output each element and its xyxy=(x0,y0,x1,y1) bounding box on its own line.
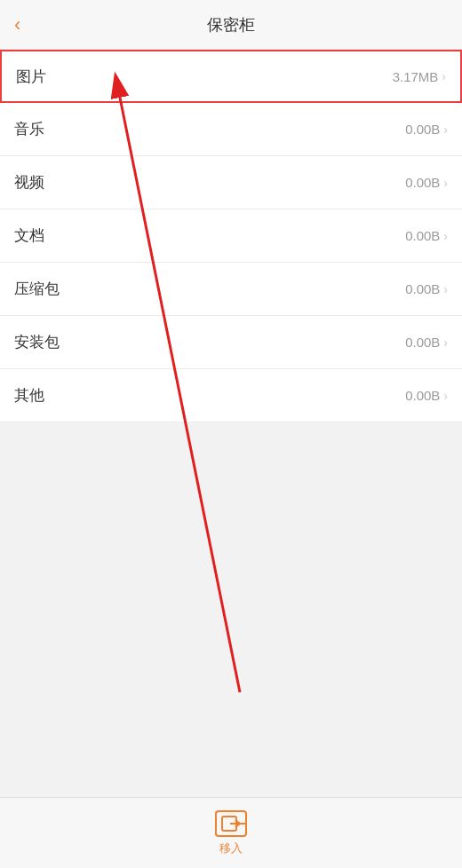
list-item-size: 0.00B xyxy=(405,281,440,296)
list-item-label: 文档 xyxy=(14,225,44,246)
list-item-chevron-icon: › xyxy=(443,335,448,350)
list-item-size: 0.00B xyxy=(405,122,440,137)
list-item[interactable]: 图片3.17MB› xyxy=(0,50,462,103)
list-item-right: 0.00B› xyxy=(405,175,448,190)
list-item-size: 0.00B xyxy=(405,175,440,190)
list-item-label: 图片 xyxy=(16,67,46,87)
list-item-right: 0.00B› xyxy=(405,281,448,296)
list-item-size: 3.17MB xyxy=(393,69,439,84)
list-item-size: 0.00B xyxy=(405,335,440,350)
import-icon-svg xyxy=(221,816,241,832)
list-item-label: 其他 xyxy=(14,385,44,406)
list-item-chevron-icon: › xyxy=(443,229,448,243)
list-item[interactable]: 文档0.00B› xyxy=(0,209,462,263)
category-list: 图片3.17MB›音乐0.00B›视频0.00B›文档0.00B›压缩包0.00… xyxy=(0,50,462,422)
page-title: 保密柜 xyxy=(207,14,255,36)
list-item-label: 压缩包 xyxy=(14,279,60,299)
footer-label[interactable]: 移入 xyxy=(219,840,243,856)
list-item[interactable]: 安装包0.00B› xyxy=(0,316,462,369)
list-item-label: 安装包 xyxy=(14,332,60,352)
list-item-right: 0.00B› xyxy=(405,388,448,403)
list-item-size: 0.00B xyxy=(405,228,440,243)
list-item-right: 0.00B› xyxy=(405,335,448,350)
list-item-chevron-icon: › xyxy=(443,389,448,403)
import-icon xyxy=(215,810,247,837)
list-item-chevron-icon: › xyxy=(443,282,448,296)
list-item-chevron-icon: › xyxy=(442,69,446,83)
list-item-label: 音乐 xyxy=(14,119,44,139)
list-item-chevron-icon: › xyxy=(443,122,448,137)
list-item-right: 0.00B› xyxy=(405,122,448,137)
list-item-size: 0.00B xyxy=(405,388,440,403)
page-header: ‹ 保密柜 xyxy=(0,0,462,50)
list-item-label: 视频 xyxy=(14,172,44,193)
list-item[interactable]: 其他0.00B› xyxy=(0,369,462,422)
back-button[interactable]: ‹ xyxy=(14,13,20,36)
list-item-right: 0.00B› xyxy=(405,228,448,243)
list-item[interactable]: 压缩包0.00B› xyxy=(0,263,462,316)
list-item-right: 3.17MB› xyxy=(393,69,446,84)
footer-bar: 移入 xyxy=(0,797,462,868)
list-item[interactable]: 视频0.00B› xyxy=(0,156,462,209)
list-item-chevron-icon: › xyxy=(443,176,448,190)
list-item[interactable]: 音乐0.00B› xyxy=(0,103,462,156)
